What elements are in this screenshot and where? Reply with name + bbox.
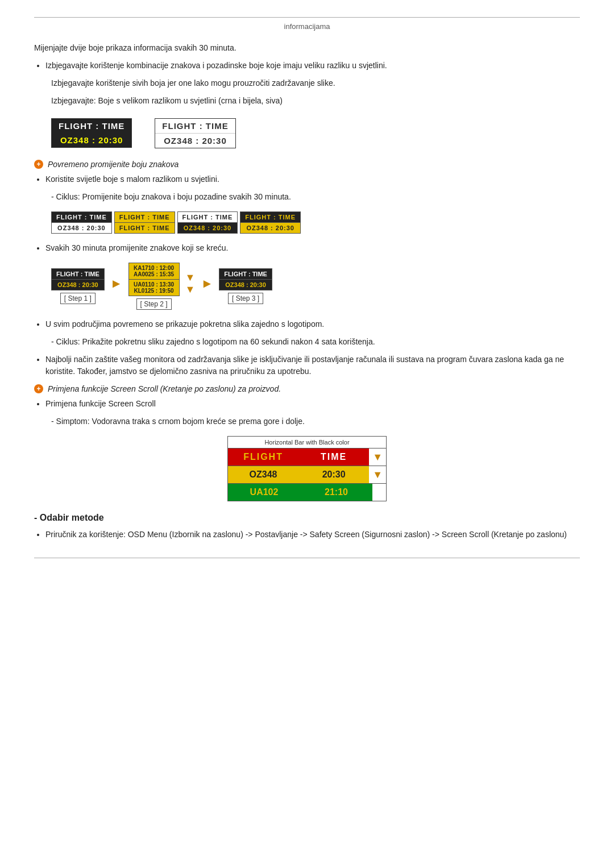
- bullet5-text: Najbolji način zaštite vašeg monitora od…: [45, 355, 564, 376]
- cycle-box-3: FLIGHT : TIME OZ348 : 20:30: [177, 211, 238, 234]
- step-2-label: [ Step 2 ]: [136, 298, 172, 310]
- scroll-row-3: UA102 21:10: [228, 483, 386, 501]
- scroll-r1-c2: TIME: [298, 448, 369, 466]
- arrow-down-2-icon: ▼: [185, 284, 196, 296]
- orange-bullet-2: Primjena funkcije Screen Scroll (Kretanj…: [34, 384, 580, 393]
- scroll-r3-c1: UA102: [228, 484, 300, 501]
- cycle-box-4: FLIGHT : TIME OZ348 : 20:30: [240, 211, 301, 234]
- bullet6-text: Primjena funkcije Screen Scroll: [45, 399, 156, 408]
- cycle-box-4-r1: FLIGHT : TIME: [240, 212, 300, 222]
- light-box-row1: FLIGHT : TIME: [155, 119, 235, 134]
- cycle-box-2: FLIGHT : TIME FLIGHT : TIME: [114, 211, 175, 234]
- cycle-box-2-r1: FLIGHT : TIME: [115, 212, 175, 222]
- cycle-boxes-row: FLIGHT : TIME OZ348 : 20:30 FLIGHT : TIM…: [51, 211, 580, 234]
- bottom-divider: [34, 558, 580, 558]
- step1-r2: OZ348 : 20:30: [52, 279, 104, 290]
- section-title: - Odabir metode: [34, 513, 580, 523]
- cycle-box-4-r2: OZ348 : 20:30: [240, 222, 300, 233]
- scroll-row-1: FLIGHT TIME ▼: [228, 448, 386, 466]
- orange-circle-2-icon: [34, 384, 43, 393]
- cycle-box-1: FLIGHT : TIME OZ348 : 20:30: [51, 211, 112, 234]
- header-title: informacijama: [284, 22, 330, 31]
- cycle-box-3-r1: FLIGHT : TIME: [178, 212, 238, 222]
- light-box-row2: OZ348 : 20:30: [155, 134, 235, 148]
- scroll-arrow-2: ▼: [369, 469, 386, 481]
- bullet4-text: U svim područjima povremeno se prikazuje…: [45, 319, 324, 329]
- step-2-box: KA1710 : 12:00 AA0025 : 15:35 UA0110 : 1…: [128, 263, 180, 296]
- scroll-r2-c1: OZ348: [228, 466, 298, 483]
- arrow-down-1-icon: ▼: [185, 272, 196, 284]
- scroll-r2-c2: 20:30: [298, 466, 369, 483]
- indent4-text: - Ciklus: Prikažite pokretnu sliku zajed…: [51, 336, 580, 348]
- scroll-arrow-1: ▼: [369, 451, 386, 463]
- dark-box-row1: FLIGHT : TIME: [52, 119, 131, 133]
- orange-circle-icon: [34, 160, 43, 169]
- flight-demo-row: FLIGHT : TIME OZ348 : 20:30 FLIGHT : TIM…: [51, 118, 580, 148]
- page-header: informacijama: [34, 17, 580, 31]
- bullet1-text: Izbjegavajte korištenje kombinacije znak…: [45, 61, 387, 70]
- bullet7-text: Priručnik za korištenje: OSD Menu (Izbor…: [45, 530, 567, 539]
- indent5-text: - Simptom: Vodoravna traka s crnom bojom…: [51, 416, 580, 427]
- orange-label-2: Primjena funkcije Screen Scroll (Kretanj…: [48, 384, 281, 393]
- step-1-box: FLIGHT : TIME OZ348 : 20:30: [51, 268, 105, 290]
- step-1-item: FLIGHT : TIME OZ348 : 20:30 [ Step 1 ]: [51, 268, 105, 304]
- intro-paragraph: Mijenjajte dvije boje prikaza informacij…: [34, 42, 580, 54]
- cycle-box-1-r1: FLIGHT : TIME: [52, 212, 111, 222]
- step-3-box: FLIGHT : TIME OZ348 : 20:30: [219, 268, 272, 290]
- step2-r2: UA0110 : 13:30 KL0125 : 19:50: [129, 279, 179, 296]
- orange-label-1: Povremeno promijenite boju znakova: [48, 160, 179, 169]
- scroll-demo-container: Horizontal Bar with Black color FLIGHT T…: [34, 436, 580, 501]
- step-2-item: KA1710 : 12:00 AA0025 : 15:35 UA0110 : 1…: [128, 263, 180, 310]
- bullet3-text: Svakih 30 minuta promijenite znakove koj…: [45, 243, 228, 252]
- cycle-box-2-r2: FLIGHT : TIME: [115, 222, 175, 233]
- scroll-r3-c2: 21:10: [300, 484, 372, 501]
- steps-row: FLIGHT : TIME OZ348 : 20:30 [ Step 1 ] ►…: [51, 263, 580, 310]
- indent3-text: - Ciklus: Promijenite boju znakova i boj…: [51, 191, 580, 203]
- flight-box-light: FLIGHT : TIME OZ348 : 20:30: [155, 118, 235, 148]
- scroll-r1-c1: FLIGHT: [228, 448, 298, 466]
- orange-bullet-1: Povremeno promijenite boju znakova: [34, 160, 580, 169]
- step-3-label: [ Step 3 ]: [228, 293, 263, 304]
- step3-r2: OZ348 : 20:30: [219, 279, 272, 290]
- cycle-box-1-r2: OZ348 : 20:30: [52, 222, 111, 233]
- flight-box-dark: FLIGHT : TIME OZ348 : 20:30: [51, 118, 132, 148]
- indent1-text: Izbjegavajte korištenje sivih boja jer o…: [51, 77, 580, 89]
- scroll-demo-title: Horizontal Bar with Black color: [228, 437, 386, 448]
- indent2-text: Izbjegavajte: Boje s velikom razlikom u …: [51, 95, 580, 107]
- arrow-2-icon: ►: [201, 276, 213, 291]
- dark-box-row2: OZ348 : 20:30: [52, 133, 131, 147]
- scroll-demo-box: Horizontal Bar with Black color FLIGHT T…: [227, 436, 387, 501]
- step2-r1: KA1710 : 12:00 AA0025 : 15:35: [129, 263, 179, 279]
- scroll-row-2: OZ348 20:30 ▼: [228, 466, 386, 483]
- cycle-box-3-r2: OZ348 : 20:30: [178, 222, 238, 233]
- bullet2-text: Koristite svijetle boje s malom razlikom…: [45, 175, 219, 184]
- arrow-down-group: ▼ ▼: [185, 272, 196, 296]
- step-3-item: FLIGHT : TIME OZ348 : 20:30 [ Step 3 ]: [219, 268, 272, 304]
- step-1-label: [ Step 1 ]: [60, 293, 96, 304]
- arrow-1-icon: ►: [110, 276, 123, 291]
- step1-r1: FLIGHT : TIME: [52, 269, 104, 279]
- step3-r1: FLIGHT : TIME: [219, 269, 272, 279]
